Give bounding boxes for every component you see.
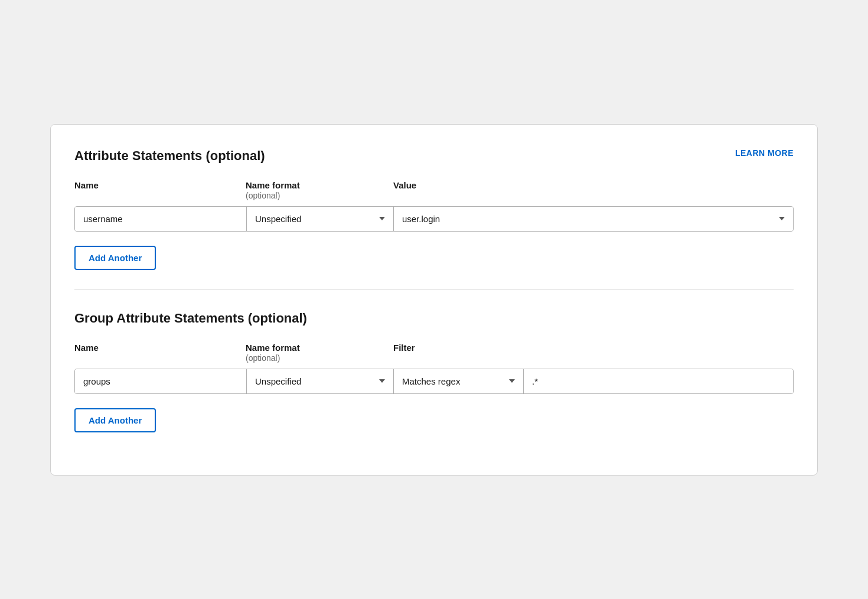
attr-col-headers: Name Name format (optional) Value — [74, 180, 794, 200]
attr-col-value-header: Value — [393, 180, 794, 190]
attr-col-name-header: Name — [74, 180, 246, 190]
group-filter-value-input[interactable] — [524, 369, 793, 393]
group-filter-type-select[interactable]: Matches regex Starts with Equals Contain… — [394, 369, 524, 393]
group-attr-row-inputs: Unspecified URI Reference Basic Matches … — [74, 369, 794, 394]
group-filter-group: Matches regex Starts with Equals Contain… — [394, 369, 793, 393]
learn-more-link[interactable]: LEARN MORE — [735, 148, 794, 158]
group-attr-add-another-button[interactable]: Add Another — [74, 408, 156, 432]
attr-add-another-button[interactable]: Add Another — [74, 246, 156, 270]
group-col-filter-header: Filter — [393, 343, 794, 353]
attr-nameformat-select[interactable]: Unspecified URI Reference Basic — [246, 207, 394, 231]
attribute-statements-header: Attribute Statements (optional) LEARN MO… — [74, 148, 794, 164]
group-attr-statements-title: Group Attribute Statements (optional) — [74, 311, 307, 326]
group-attr-name-input[interactable] — [75, 369, 246, 393]
group-col-nameformat-header: Name format (optional) — [246, 343, 393, 363]
attr-col-nameformat-header: Name format (optional) — [246, 180, 393, 200]
group-col-name-header: Name — [74, 343, 246, 353]
group-attr-statements-header: Group Attribute Statements (optional) — [74, 311, 794, 326]
group-attr-nameformat-select[interactable]: Unspecified URI Reference Basic — [246, 369, 394, 393]
attr-name-input[interactable] — [75, 207, 246, 231]
attr-value-select[interactable]: user.login user.email user.firstName use… — [394, 207, 793, 231]
group-col-headers: Name Name format (optional) Filter — [74, 343, 794, 363]
attribute-statements-title: Attribute Statements (optional) — [74, 148, 265, 164]
section-divider — [74, 289, 794, 289]
attr-row-inputs: Unspecified URI Reference Basic user.log… — [74, 206, 794, 232]
main-card: Attribute Statements (optional) LEARN MO… — [50, 124, 818, 476]
